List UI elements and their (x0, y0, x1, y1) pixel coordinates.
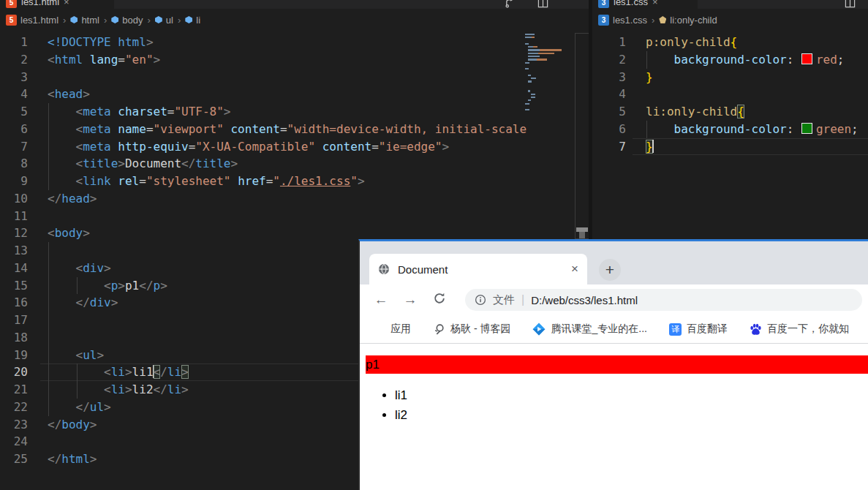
bookmark-label: 腾讯课堂_专业的在... (551, 323, 646, 336)
tab-les1-css[interactable]: 3 les1.css × (592, 0, 698, 9)
bookmark-baidu[interactable]: 百度一下，你就知 (750, 323, 849, 336)
forward-button[interactable]: → (401, 292, 420, 308)
address-bar[interactable]: 文件 | D:/web/css3/les1.html (465, 289, 862, 311)
bookmarks-bar: 应用 杨耿 - 博客园 腾讯课堂_专业的在... 译 百度翻译 百度一下，你就知 (360, 315, 868, 344)
code-line-2[interactable]: 2<html lang="en"> (0, 51, 589, 69)
code-line-2[interactable]: 2 background-color: red; (592, 51, 868, 69)
breadcrumb-li[interactable]: li (196, 15, 200, 26)
open-changes-icon[interactable] (505, 0, 516, 9)
code-area-css[interactable]: 1p:only-child{2 background-color: red;3}… (592, 31, 868, 155)
new-tab-button[interactable]: + (599, 259, 621, 281)
breadcrumb-html[interactable]: html (81, 15, 99, 26)
breadcrumb-body[interactable]: body (122, 15, 143, 26)
code-line-7[interactable]: 7 <meta http-equiv="X-UA-Compatible" con… (0, 138, 589, 156)
code-text: <div> (48, 260, 111, 277)
code-token (315, 140, 322, 154)
code-token (48, 261, 76, 275)
info-icon[interactable] (475, 294, 486, 306)
code-token: "UTF-8" (174, 105, 223, 118)
code-token: name (118, 122, 146, 136)
line-number: 8 (0, 155, 28, 173)
code-token: </ (48, 452, 61, 466)
code-token: > (118, 279, 125, 293)
minimap[interactable] (525, 34, 575, 112)
code-token (111, 122, 118, 136)
bookmark-apps[interactable]: 应用 (373, 323, 411, 336)
code-line-11[interactable]: 11 (0, 208, 589, 225)
code-token: > (90, 452, 97, 466)
code-line-6[interactable]: 6 background-color: green; (592, 121, 868, 138)
line-number: 18 (0, 329, 28, 347)
tab-close-icon[interactable]: × (64, 0, 69, 7)
code-token: content (230, 122, 279, 136)
split-editor-icon[interactable] (845, 0, 856, 9)
code-line-4[interactable]: 4 (592, 86, 868, 103)
code-token: p (111, 279, 118, 293)
split-editor-icon[interactable] (537, 0, 548, 9)
code-token: = (167, 105, 175, 118)
code-text: <meta charset="UTF-8"> (48, 103, 231, 121)
indent-guide (646, 51, 647, 69)
line-number: 25 (0, 451, 28, 468)
code-token: } (646, 70, 653, 84)
editor-scrollbar[interactable] (575, 33, 589, 239)
code-token: = (266, 174, 273, 188)
code-line-6[interactable]: 6 <meta name="viewport" content="width=d… (0, 121, 589, 138)
code-token: p (154, 279, 161, 293)
code-line-5[interactable]: 5 <meta charset="UTF-8"> (0, 103, 589, 121)
bookmark-tencent-classroom[interactable]: 腾讯课堂_专业的在... (532, 323, 646, 336)
chevron-right-icon: › (63, 15, 66, 26)
code-line-10[interactable]: 10</head> (0, 190, 589, 208)
code-token: > (83, 226, 90, 240)
breadcrumb-ul[interactable]: ul (166, 15, 173, 26)
code-line-1[interactable]: 1<!DOCTYPE html> (0, 34, 589, 51)
breadcrumb-file[interactable]: les1.css (613, 15, 647, 26)
line-number: 24 (0, 433, 28, 451)
code-line-9[interactable]: 9 <link rel="stylesheet" href="./les1.cs… (0, 173, 589, 190)
breadcrumb: 3 les1.css › li:only-child (592, 9, 868, 31)
line-number: 6 (0, 121, 28, 138)
code-line-4[interactable]: 4<head> (0, 86, 589, 103)
code-token: red (816, 53, 837, 67)
code-line-1[interactable]: 1p:only-child{ (592, 34, 868, 51)
code-token: = (280, 122, 287, 136)
code-token: href (238, 174, 266, 188)
code-token: background-color (674, 53, 787, 67)
code-token: green (816, 122, 851, 136)
line-number: 21 (0, 381, 28, 399)
code-line-8[interactable]: 8 <title>Document</title> (0, 155, 589, 173)
back-button[interactable]: ← (371, 292, 390, 308)
code-token: li (111, 365, 125, 379)
tab-close-icon[interactable]: × (652, 0, 658, 7)
line-number: 9 (0, 173, 28, 190)
code-token: > (125, 365, 132, 379)
code-text: </ul> (48, 399, 111, 416)
code-line-3[interactable]: 3 (0, 69, 589, 86)
code-line-7[interactable]: 7} (592, 138, 868, 156)
scrollbar-thumb[interactable] (579, 232, 585, 238)
code-token: li (167, 365, 181, 379)
code-token: http-equiv (118, 140, 188, 154)
bookmark-baidu-translate[interactable]: 译 百度翻译 (669, 323, 728, 336)
code-line-5[interactable]: 5li:only-child{ (592, 103, 868, 121)
line-number: 5 (592, 103, 626, 121)
line-number: 10 (0, 190, 28, 208)
breadcrumb-symbol[interactable]: li:only-child (670, 15, 717, 26)
tab-bar-left: 5 les1.html × (0, 0, 589, 9)
tab-les1-html[interactable]: 5 les1.html × (0, 0, 114, 9)
tab-close-icon[interactable]: × (571, 262, 578, 276)
reload-button[interactable] (430, 292, 449, 309)
browser-window: Document × + ← → 文件 | D:/web/css3/les1.h… (358, 239, 868, 490)
code-token: { (737, 105, 744, 118)
code-token: = (146, 122, 154, 136)
code-text: p:only-child{ (646, 34, 737, 51)
code-token: p1 (125, 279, 139, 293)
browser-tab-document[interactable]: Document × (369, 254, 587, 284)
code-line-3[interactable]: 3} (592, 69, 868, 86)
page-paragraph-p1: p1 (366, 355, 868, 374)
code-text: </div> (48, 294, 118, 312)
indent-guide (48, 381, 49, 399)
bookmark-cnblogs[interactable]: 杨耿 - 博客园 (433, 323, 510, 336)
code-text: </html> (48, 451, 97, 468)
breadcrumb-file[interactable]: les1.html (20, 15, 59, 26)
